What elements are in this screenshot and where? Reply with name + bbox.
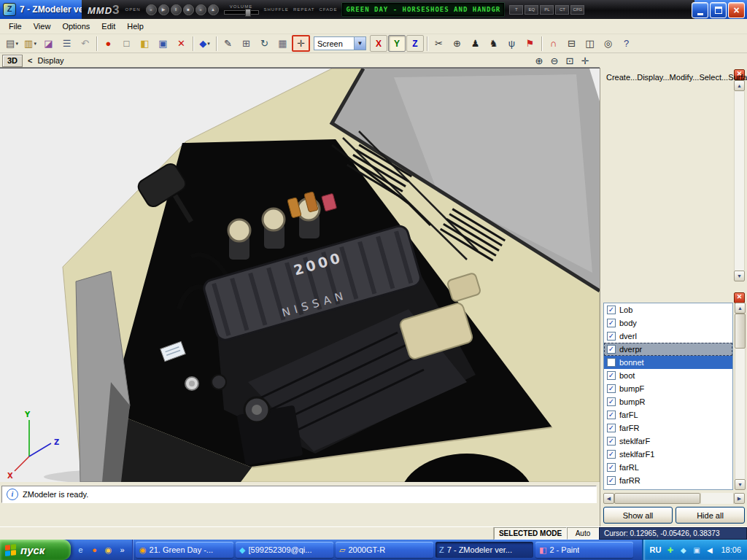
part-row-bonnet[interactable]: bonnet bbox=[604, 356, 732, 369]
target-icon[interactable]: ◎ bbox=[599, 35, 617, 52]
part-checkbox[interactable]: ✓ bbox=[607, 306, 616, 314]
pan-icon[interactable]: ✛ bbox=[578, 55, 592, 66]
command-display[interactable]: Display... bbox=[637, 73, 669, 82]
scroll-track[interactable] bbox=[734, 91, 745, 271]
part-checkbox[interactable]: ✓ bbox=[607, 450, 616, 459]
part-checkbox[interactable]: ✓ bbox=[607, 345, 616, 354]
winamp-player-skin[interactable]: MMD3 OPEN «▶‖■»▲ VOLUME SHUFFLE REPEAT C… bbox=[82, 0, 694, 19]
screen-mode-dropdown[interactable]: Screen ▼ bbox=[314, 36, 366, 50]
playlist-button[interactable]: PL bbox=[540, 5, 554, 15]
zoom-region-icon[interactable]: ⊡ bbox=[563, 55, 576, 66]
task-qq[interactable]: ◆[599252309@qi... bbox=[236, 542, 333, 558]
part-row-farRL[interactable]: ✓farRL bbox=[604, 461, 732, 474]
part-row-steklfarR[interactable]: ✓steklfarR bbox=[604, 487, 732, 490]
title-bar[interactable]: Z 7 - ZModeler ve MMD3 OPEN «▶‖■»▲ VOLUM… bbox=[0, 0, 747, 19]
new-file-icon[interactable]: □ bbox=[117, 35, 136, 52]
open-folder-icon[interactable]: ◧ bbox=[136, 35, 154, 52]
menu-help[interactable]: Help bbox=[121, 20, 150, 33]
select-pen-icon[interactable]: ✎ bbox=[219, 35, 237, 52]
quicklaunch-firefox-icon[interactable]: ● bbox=[88, 544, 101, 556]
chevron-down-icon[interactable]: ▼ bbox=[354, 37, 365, 50]
back-button[interactable]: < bbox=[26, 57, 34, 65]
part-checkbox[interactable]: ✓ bbox=[607, 463, 616, 472]
pause-button[interactable]: ‖ bbox=[171, 4, 182, 15]
crossfade-label[interactable]: CFADE bbox=[319, 7, 337, 12]
part-checkbox[interactable]: ✓ bbox=[607, 384, 616, 393]
render-icon[interactable]: ● bbox=[99, 35, 117, 52]
undo-icon[interactable]: ↶ bbox=[76, 35, 94, 52]
part-checkbox[interactable]: ✓ bbox=[607, 424, 616, 432]
new-file-menu-icon[interactable]: ▤▾ bbox=[3, 35, 21, 52]
viewport-3d-canvas[interactable]: 2000 NISSAN bbox=[0, 69, 600, 483]
command-modify[interactable]: Modify... bbox=[670, 73, 700, 82]
taskbar-clock[interactable]: 18:06 bbox=[721, 545, 741, 554]
scroll-up-icon[interactable]: ▲ bbox=[735, 303, 746, 314]
hide-all-button[interactable]: Hide all bbox=[676, 507, 745, 524]
task-winamp[interactable]: ◉21. Green Day -... bbox=[136, 542, 233, 558]
axes-mode-icon[interactable]: ⊞ bbox=[237, 35, 255, 52]
view-mode-3d-button[interactable]: 3D bbox=[2, 55, 23, 67]
parts-scrollbar-horizontal[interactable]: ◀ ▶ bbox=[603, 493, 745, 504]
help-icon[interactable]: ? bbox=[617, 35, 635, 52]
menu-options[interactable]: Options bbox=[56, 20, 96, 33]
ct-button[interactable]: CT bbox=[555, 5, 569, 15]
delete-icon[interactable]: ✕ bbox=[172, 35, 190, 52]
zoom-in-icon[interactable]: ⊕ bbox=[533, 55, 546, 66]
scroll-down-icon[interactable]: ▼ bbox=[735, 479, 746, 490]
volume-slider[interactable] bbox=[224, 10, 259, 15]
open-file-menu-icon[interactable]: ▥▾ bbox=[21, 35, 39, 52]
scroll-right-icon[interactable]: ▶ bbox=[734, 493, 745, 504]
notes-icon[interactable]: ☰ bbox=[58, 35, 76, 52]
part-row-body[interactable]: ✓body bbox=[604, 316, 732, 330]
volume-knob[interactable] bbox=[245, 9, 251, 17]
mirror-icon[interactable]: ◫ bbox=[581, 35, 599, 52]
tray-display-icon[interactable]: ▣ bbox=[691, 545, 702, 556]
active-mode-icon[interactable]: ✛ bbox=[292, 35, 310, 52]
shuffle-label[interactable]: SHUFFLE bbox=[264, 7, 289, 12]
figure-icon[interactable]: ♟ bbox=[466, 35, 484, 52]
magnet-icon[interactable]: ∩ bbox=[544, 35, 562, 52]
prev-button[interactable]: « bbox=[146, 4, 157, 15]
bones-icon[interactable]: ψ bbox=[503, 35, 521, 52]
tray-volume-icon[interactable]: ◀ bbox=[704, 545, 715, 556]
eq-button[interactable]: EQ bbox=[525, 5, 538, 15]
eject-button[interactable]: ▲ bbox=[208, 4, 219, 15]
menu-edit[interactable]: Edit bbox=[96, 20, 121, 33]
part-checkbox[interactable]: ✓ bbox=[607, 319, 616, 327]
part-row-bumpR[interactable]: ✓bumpR bbox=[604, 395, 732, 408]
part-checkbox[interactable]: ✓ bbox=[607, 476, 616, 485]
time-button[interactable]: T bbox=[509, 5, 523, 15]
play-button[interactable]: ▶ bbox=[158, 4, 169, 15]
scroll-thumb[interactable] bbox=[614, 493, 700, 504]
axis-x-button[interactable]: X bbox=[370, 35, 387, 52]
close-parts-panel-button[interactable]: ✕ bbox=[734, 292, 745, 303]
menu-file[interactable]: File bbox=[3, 20, 28, 33]
close-button[interactable]: × bbox=[728, 2, 745, 18]
scroll-thumb[interactable] bbox=[735, 314, 746, 349]
viewport-3d[interactable]: 2000 NISSAN bbox=[0, 68, 600, 483]
import-icon[interactable]: ◪ bbox=[39, 35, 58, 52]
parts-scrollbar-vertical[interactable]: ▲ ▼ bbox=[735, 303, 746, 490]
axis-y-button[interactable]: Y bbox=[388, 35, 406, 52]
task-zmodeler[interactable]: Z7 - ZModeler ver... bbox=[436, 542, 533, 558]
scroll-up-icon[interactable]: ▲ bbox=[734, 80, 745, 91]
part-row-boot[interactable]: ✓boot bbox=[604, 369, 732, 382]
walk-icon[interactable]: ♞ bbox=[484, 35, 503, 52]
part-row-farFL[interactable]: ✓farFL bbox=[604, 408, 732, 421]
repeat-label[interactable]: REPEAT bbox=[293, 7, 315, 12]
cut-icon[interactable]: ✂ bbox=[430, 35, 448, 52]
part-checkbox[interactable]: ✓ bbox=[607, 397, 616, 406]
part-checkbox[interactable]: ✓ bbox=[607, 411, 616, 419]
quicklaunch-overflow-chevron[interactable]: » bbox=[116, 544, 128, 556]
save-icon[interactable]: ▣ bbox=[154, 35, 172, 52]
part-row-Lob[interactable]: ✓Lob bbox=[604, 303, 732, 316]
part-checkbox[interactable]: ✓ bbox=[607, 332, 616, 341]
auto-mode-indicator[interactable]: Auto bbox=[567, 527, 599, 540]
part-row-farFR[interactable]: ✓farFR bbox=[604, 421, 732, 435]
part-row-bumpF[interactable]: ✓bumpF bbox=[604, 382, 732, 395]
config-button[interactable]: CFG bbox=[570, 5, 584, 15]
part-checkbox[interactable]: ✓ bbox=[607, 437, 616, 446]
show-all-button[interactable]: Show all bbox=[603, 507, 673, 524]
scroll-left-icon[interactable]: ◀ bbox=[603, 493, 614, 504]
scroll-down-icon[interactable]: ▼ bbox=[734, 271, 745, 281]
